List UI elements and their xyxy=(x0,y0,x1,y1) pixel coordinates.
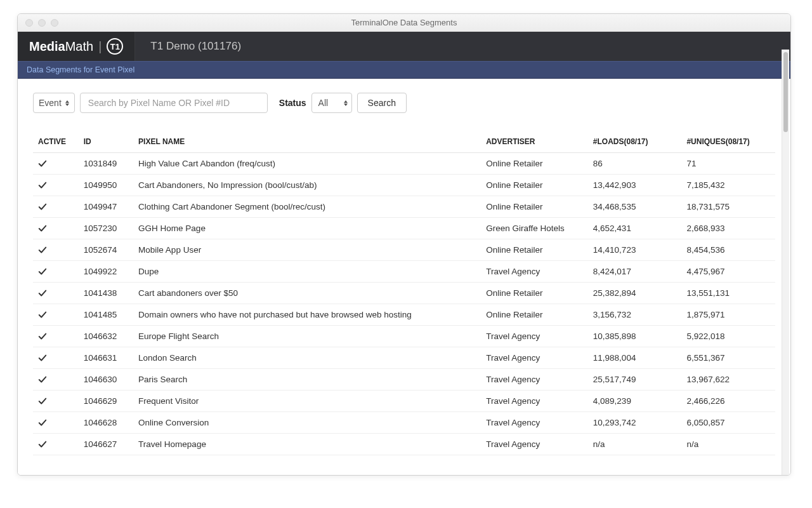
cell-advertiser: Online Retailer xyxy=(481,283,588,304)
cell-id: 1052674 xyxy=(79,239,133,261)
cell-loads: 4,089,239 xyxy=(588,391,682,412)
table-row[interactable]: 1041485Domain owners who have not purcha… xyxy=(33,304,775,326)
brand-separator: | xyxy=(98,39,102,54)
vertical-scrollbar[interactable] xyxy=(782,50,789,475)
cell-loads: 8,424,017 xyxy=(588,261,682,283)
table-row[interactable]: 1031849High Value Cart Abandon (freq/cus… xyxy=(33,153,775,175)
cell-pixel-name: Online Conversion xyxy=(133,412,481,434)
cell-pixel-name: Mobile App User xyxy=(133,239,481,261)
cell-advertiser: Travel Agency xyxy=(481,326,588,347)
app-chrome: MediaMath | T1 T1 Demo (101176) Data Seg… xyxy=(18,32,790,475)
cell-uniques: 13,551,131 xyxy=(681,283,775,304)
cell-loads: 14,410,723 xyxy=(588,239,682,261)
col-header-loads[interactable]: #LOADS(08/17) xyxy=(588,131,682,153)
cell-pixel-name: High Value Cart Abandon (freq/cust) xyxy=(133,153,481,175)
check-icon xyxy=(38,159,74,168)
cell-advertiser: Travel Agency xyxy=(481,347,588,369)
cell-pixel-name: Europe Flight Search xyxy=(133,326,481,347)
cell-id: 1046630 xyxy=(79,369,133,391)
pixel-type-select[interactable]: Event xyxy=(33,93,75,113)
col-header-advertiser[interactable]: ADVERTISER xyxy=(481,131,588,153)
cell-pixel-name: Dupe xyxy=(133,261,481,283)
window-titlebar: TerminalOne Data Segments xyxy=(18,14,790,32)
cell-advertiser: Travel Agency xyxy=(481,369,588,391)
check-icon xyxy=(38,289,74,298)
table-row[interactable]: 1052674Mobile App UserOnline Retailer14,… xyxy=(33,239,775,261)
cell-id: 1046627 xyxy=(79,434,133,455)
table-row[interactable]: 1046629Frequent VisitorTravel Agency4,08… xyxy=(33,391,775,412)
breadcrumb-label: Data Segments for Event Pixel xyxy=(27,65,134,74)
cell-uniques: 2,668,933 xyxy=(681,218,775,239)
cell-advertiser: Online Retailer xyxy=(481,196,588,218)
cell-id: 1046631 xyxy=(79,347,133,369)
segments-table: ACTIVE ID PIXEL NAME ADVERTISER #LOADS(0… xyxy=(33,131,775,455)
scrollbar-thumb[interactable] xyxy=(783,52,788,132)
check-icon xyxy=(38,440,74,449)
cell-uniques: 6,551,367 xyxy=(681,347,775,369)
cell-pixel-name: London Search xyxy=(133,347,481,369)
cell-uniques: 13,967,622 xyxy=(681,369,775,391)
brand-name-rest: Math xyxy=(65,39,93,54)
table-row[interactable]: 1041438Cart abandoners over $50Online Re… xyxy=(33,283,775,304)
check-icon xyxy=(38,375,74,384)
brand-logo[interactable]: MediaMath | T1 xyxy=(18,32,135,61)
app-window: TerminalOne Data Segments MediaMath | T1… xyxy=(17,13,791,476)
cell-id: 1041438 xyxy=(79,283,133,304)
cell-uniques: 5,922,018 xyxy=(681,326,775,347)
table-row[interactable]: 1049947Clothing Cart Abandoner Segment (… xyxy=(33,196,775,218)
cell-advertiser: Travel Agency xyxy=(481,434,588,455)
cell-pixel-name: Domain owners who have not purchased but… xyxy=(133,304,481,326)
brand-badge-icon: T1 xyxy=(107,38,123,55)
search-button[interactable]: Search xyxy=(357,93,407,113)
cell-loads: 34,468,535 xyxy=(588,196,682,218)
col-header-uniques[interactable]: #UNIQUES(08/17) xyxy=(681,131,775,153)
table-row[interactable]: 1049922DupeTravel Agency8,424,0174,475,9… xyxy=(33,261,775,283)
table-row[interactable]: 1046630Paris SearchTravel Agency25,517,7… xyxy=(33,369,775,391)
check-icon xyxy=(38,311,74,319)
search-input[interactable] xyxy=(87,97,261,109)
cell-uniques: 4,475,967 xyxy=(681,261,775,283)
content-area: Event Status All Search ACTIV xyxy=(18,79,790,475)
cell-uniques: 7,185,432 xyxy=(681,175,775,196)
check-icon xyxy=(38,418,74,427)
cell-loads: 10,293,742 xyxy=(588,412,682,434)
cell-loads: 4,652,431 xyxy=(588,218,682,239)
cell-pixel-name: Cart abandoners over $50 xyxy=(133,283,481,304)
cell-uniques: n/a xyxy=(681,434,775,455)
check-icon xyxy=(38,332,74,341)
check-icon xyxy=(38,181,74,190)
status-value: All xyxy=(318,98,329,108)
cell-advertiser: Online Retailer xyxy=(481,153,588,175)
brand-name-bold: Media xyxy=(29,39,65,54)
cell-uniques: 2,466,226 xyxy=(681,391,775,412)
status-select[interactable]: All xyxy=(311,93,352,113)
cell-loads: n/a xyxy=(588,434,682,455)
status-label: Status xyxy=(279,98,306,108)
account-selector[interactable]: T1 Demo (101176) xyxy=(135,32,790,61)
table-row[interactable]: 1046632Europe Flight SearchTravel Agency… xyxy=(33,326,775,347)
search-input-wrap xyxy=(80,93,268,113)
window-title: TerminalOne Data Segments xyxy=(18,18,790,27)
breadcrumb-bar: Data Segments for Event Pixel xyxy=(18,61,790,79)
table-row[interactable]: 1046631London SearchTravel Agency11,988,… xyxy=(33,347,775,369)
account-label: T1 Demo (101176) xyxy=(150,40,241,53)
table-row[interactable]: 1046627Travel HomepageTravel Agencyn/an/… xyxy=(33,434,775,455)
table-row[interactable]: 1046628Online ConversionTravel Agency10,… xyxy=(33,412,775,434)
cell-uniques: 18,731,575 xyxy=(681,196,775,218)
col-header-name[interactable]: PIXEL NAME xyxy=(133,131,481,153)
col-header-id[interactable]: ID xyxy=(79,131,133,153)
cell-id: 1049947 xyxy=(79,196,133,218)
cell-pixel-name: Cart Abandoners, No Impression (bool/cus… xyxy=(133,175,481,196)
cell-loads: 13,442,903 xyxy=(588,175,682,196)
col-header-active[interactable]: ACTIVE xyxy=(33,131,79,153)
check-icon xyxy=(38,246,74,255)
cell-pixel-name: Frequent Visitor xyxy=(133,391,481,412)
cell-loads: 25,382,894 xyxy=(588,283,682,304)
cell-id: 1046628 xyxy=(79,412,133,434)
cell-id: 1046629 xyxy=(79,391,133,412)
cell-advertiser: Travel Agency xyxy=(481,412,588,434)
table-row[interactable]: 1049950Cart Abandoners, No Impression (b… xyxy=(33,175,775,196)
cell-id: 1046632 xyxy=(79,326,133,347)
cell-advertiser: Travel Agency xyxy=(481,261,588,283)
table-row[interactable]: 1057230GGH Home PageGreen Giraffe Hotels… xyxy=(33,218,775,239)
